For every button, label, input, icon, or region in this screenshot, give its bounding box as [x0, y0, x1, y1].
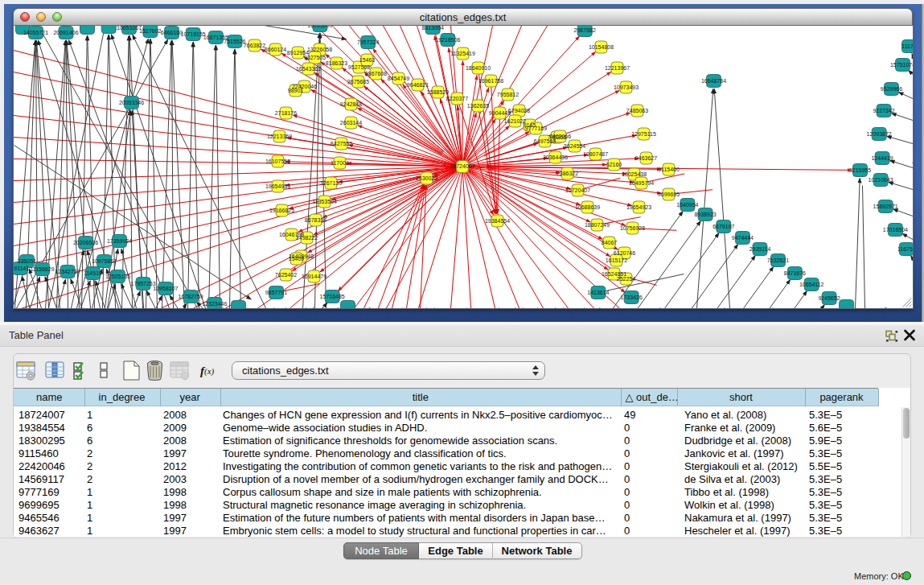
svg-text:7485063: 7485063 — [626, 107, 647, 113]
svg-text:9699695: 9699695 — [657, 191, 679, 196]
svg-text:6120746: 6120746 — [613, 249, 634, 255]
svg-text:19218506: 19218506 — [435, 36, 460, 42]
svg-text:17359924: 17359924 — [106, 237, 131, 243]
svg-text:10025438: 10025438 — [621, 171, 646, 176]
svg-text:8813054: 8813054 — [421, 26, 443, 31]
svg-text:16782759: 16782759 — [178, 293, 203, 299]
svg-text:(x): (x) — [204, 366, 215, 377]
svg-text:8938923: 8938923 — [694, 211, 716, 216]
svg-text:7515526: 7515526 — [224, 38, 245, 43]
svg-text:9857791: 9857791 — [265, 289, 286, 295]
svg-text:2530023: 2530023 — [415, 175, 437, 180]
svg-text:10756928: 10756928 — [619, 225, 644, 230]
svg-text:10973493: 10973493 — [613, 84, 638, 89]
svg-text:1413614: 1413614 — [587, 289, 609, 295]
svg-text:12093872: 12093872 — [866, 130, 891, 136]
svg-text:12975115: 12975115 — [631, 130, 656, 136]
svg-text:8660124: 8660124 — [264, 46, 285, 51]
svg-text:391141: 391141 — [14, 265, 29, 270]
svg-text:11353594: 11353594 — [312, 198, 337, 204]
svg-text:8471676: 8471676 — [783, 270, 805, 275]
svg-text:117004: 117004 — [331, 159, 349, 165]
svg-text:14055721: 14055721 — [23, 29, 47, 35]
svg-text:18807249: 18807249 — [584, 221, 609, 227]
svg-text:1244419: 1244419 — [871, 154, 893, 160]
svg-text:8186323: 8186323 — [325, 60, 347, 65]
svg-text:1615172: 1615172 — [605, 257, 626, 262]
svg-text:7663822: 7663822 — [243, 42, 265, 47]
svg-text:6794028: 6794028 — [507, 107, 529, 113]
svg-text:9227342: 9227342 — [873, 107, 894, 113]
svg-text:9527508: 9527508 — [347, 64, 369, 69]
svg-text:9327505: 9327505 — [303, 54, 325, 60]
svg-text:10719155: 10719155 — [180, 31, 205, 36]
svg-text:17016504: 17016504 — [882, 226, 907, 232]
svg-text:3675685: 3675685 — [347, 78, 368, 84]
svg-text:13226058: 13226058 — [306, 46, 331, 51]
svg-text:335051: 335051 — [17, 257, 35, 263]
svg-text:10688639: 10688639 — [574, 204, 599, 209]
svg-text:116753: 116753 — [897, 245, 912, 251]
svg-text:1588520: 1588520 — [426, 89, 448, 94]
svg-text:11156829: 11156829 — [30, 266, 54, 271]
svg-text:10975867: 10975867 — [91, 257, 116, 263]
svg-text:18724007: 18724007 — [450, 163, 474, 168]
svg-text:19654923: 19654923 — [626, 204, 651, 209]
svg-text:8427552: 8427552 — [330, 140, 351, 146]
svg-text:8220377: 8220377 — [446, 95, 467, 101]
svg-text:17957253: 17957253 — [130, 280, 155, 286]
svg-text:7625402: 7625402 — [274, 271, 296, 277]
svg-text:98901: 98901 — [287, 87, 303, 93]
svg-text:9463627: 9463627 — [634, 154, 656, 160]
svg-text:6679197: 6679197 — [713, 223, 734, 229]
svg-text:15716485: 15716485 — [319, 293, 344, 299]
svg-text:19166825: 19166825 — [269, 207, 294, 212]
svg-text:20206536: 20206536 — [72, 239, 97, 245]
svg-text:1527602: 1527602 — [139, 27, 161, 33]
svg-text:7632621: 7632621 — [766, 257, 788, 262]
svg-text:9245652: 9245652 — [818, 295, 840, 300]
svg-text:18640910: 18640910 — [465, 64, 490, 70]
svg-text:15692971: 15692971 — [873, 203, 897, 208]
svg-text:3215955: 3215955 — [848, 167, 870, 172]
svg-text:16495794: 16495794 — [628, 179, 653, 185]
svg-text:62160: 62160 — [606, 161, 622, 167]
svg-text:15720407: 15720407 — [565, 187, 589, 192]
svg-text:6497568: 6497568 — [533, 138, 555, 143]
svg-text:6466160: 6466160 — [160, 29, 182, 35]
svg-text:8454749: 8454749 — [387, 75, 409, 80]
svg-text:16107553: 16107553 — [265, 158, 290, 163]
svg-text:10154808: 10154808 — [588, 43, 613, 49]
svg-text:9329966: 9329966 — [880, 85, 901, 91]
svg-text:11325419: 11325419 — [450, 50, 475, 56]
svg-text:16961758: 16961758 — [478, 77, 503, 83]
svg-text:3498222: 3498222 — [295, 234, 317, 240]
svg-text:20053346: 20053346 — [118, 99, 143, 105]
svg-text:16914479: 16914479 — [301, 273, 326, 278]
svg-text:11172: 11172 — [901, 43, 913, 48]
svg-text:2603144: 2603144 — [339, 119, 361, 125]
svg-text:7386322: 7386322 — [556, 170, 577, 175]
svg-text:12213369: 12213369 — [266, 133, 291, 138]
svg-text:9777169: 9777169 — [524, 125, 546, 130]
svg-text:20691406: 20691406 — [53, 29, 78, 35]
svg-text:12323446: 12323446 — [202, 300, 227, 306]
svg-text:10654112: 10654112 — [799, 281, 823, 286]
svg-text:252254: 252254 — [616, 275, 634, 281]
svg-text:3624554: 3624554 — [563, 142, 585, 148]
svg-text:2718176: 2718176 — [274, 109, 296, 115]
svg-text:12342737: 12342737 — [55, 268, 80, 274]
svg-text:15751074: 15751074 — [889, 61, 912, 67]
svg-text:1362635: 1362635 — [466, 102, 488, 108]
svg-text:1640954: 1640954 — [676, 201, 698, 207]
svg-text:7955812: 7955812 — [496, 91, 518, 97]
svg-text:9646821: 9646821 — [406, 81, 428, 87]
svg-text:10958107: 10958107 — [153, 285, 178, 290]
svg-text:9474444: 9474444 — [731, 234, 753, 240]
svg-text:2935114: 2935114 — [749, 245, 770, 251]
svg-text:9115460: 9115460 — [658, 166, 680, 171]
svg-text:1733426: 1733426 — [620, 294, 642, 299]
svg-text:7462066: 7462066 — [548, 133, 570, 138]
svg-text:7957224: 7957224 — [357, 39, 379, 44]
svg-text:84067: 84067 — [601, 239, 617, 245]
